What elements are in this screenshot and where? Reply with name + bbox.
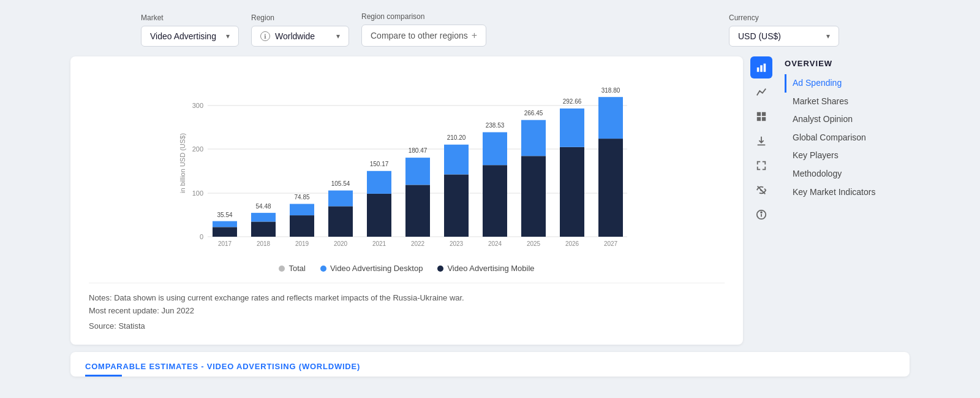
chart-svg: in billion USD (US$) 0 100 200 300 35.5: [89, 71, 725, 255]
market-label: Market: [141, 13, 239, 22]
legend-mobile: Video Advertising Mobile: [437, 264, 534, 273]
svg-text:2022: 2022: [411, 240, 425, 247]
region-value: Worldwide: [275, 31, 315, 41]
currency-dropdown[interactable]: USD (US$) ▾: [729, 26, 839, 47]
chart-area: in billion USD (US$) 0 100 200 300 35.5: [89, 71, 725, 273]
svg-text:35.54: 35.54: [217, 212, 232, 218]
sidebar-nav-ad-spending[interactable]: Ad Spending: [785, 74, 910, 93]
legend-total: Total: [279, 264, 305, 273]
bar-2018-desktop: [251, 213, 276, 221]
svg-text:2021: 2021: [372, 240, 386, 247]
chart-notes-text: Notes: Data shown is using current excha…: [89, 292, 725, 305]
chart-panel: in billion USD (US$) 0 100 200 300 35.5: [70, 56, 743, 345]
sidebar-nav: OVERVIEW Ad Spending Market Shares Analy…: [775, 56, 910, 345]
region-label: Region: [251, 13, 349, 22]
bar-2017-desktop: [213, 221, 237, 228]
bar-2022-desktop: [405, 158, 430, 185]
svg-text:2026: 2026: [565, 240, 579, 247]
svg-text:in billion USD (US$): in billion USD (US$): [179, 133, 186, 193]
svg-text:54.48: 54.48: [255, 203, 271, 210]
bar-2027-desktop: [598, 97, 623, 139]
svg-text:300: 300: [192, 102, 203, 109]
sidebar-nav-global-comparison[interactable]: Global Comparison: [785, 129, 910, 147]
chart-notes: Notes: Data shown is using current excha…: [89, 283, 725, 332]
bar-2026-desktop: [560, 109, 584, 147]
legend-label-desktop: Video Advertising Desktop: [330, 264, 423, 273]
svg-text:2027: 2027: [604, 240, 618, 247]
currency-chevron-icon: ▾: [826, 32, 830, 40]
svg-rect-31: [757, 67, 760, 72]
comparable-underline: [85, 375, 122, 377]
svg-text:210.20: 210.20: [447, 134, 466, 141]
bottom-section: COMPARABLE ESTIMATES - VIDEO ADVERTISING…: [70, 352, 910, 377]
top-controls: Market Video Advertising ▾ Region ℹ Worl…: [0, 0, 980, 56]
svg-text:2024: 2024: [488, 240, 502, 247]
legend-dot-mobile: [437, 266, 443, 272]
legend-desktop: Video Advertising Desktop: [320, 264, 423, 273]
sidebar-icon-download[interactable]: [750, 130, 772, 152]
bar-2019-desktop: [290, 204, 314, 216]
svg-text:318.80: 318.80: [601, 87, 620, 94]
svg-point-40: [761, 212, 762, 213]
bar-2025-desktop: [521, 120, 546, 156]
main-layout: in billion USD (US$) 0 100 200 300 35.5: [0, 56, 980, 345]
currency-control-group: Currency USD (US$) ▾: [729, 13, 839, 47]
legend-dot-desktop: [320, 266, 326, 272]
sidebar-icon-info[interactable]: [750, 204, 772, 226]
svg-rect-37: [762, 117, 766, 121]
bar-2021-mobile: [367, 194, 391, 237]
svg-text:74.85: 74.85: [294, 194, 309, 201]
region-dropdown[interactable]: ℹ Worldwide ▾: [251, 26, 349, 47]
svg-text:0: 0: [200, 233, 203, 240]
sidebar-icon-line-chart[interactable]: [750, 81, 772, 103]
svg-text:266.45: 266.45: [524, 110, 543, 117]
sidebar-nav-analyst-opinion[interactable]: Analyst Opinion: [785, 110, 910, 129]
market-dropdown[interactable]: Video Advertising ▾: [141, 26, 239, 47]
svg-rect-32: [760, 65, 763, 72]
svg-text:2018: 2018: [257, 240, 271, 247]
svg-rect-36: [757, 117, 761, 121]
comparison-button[interactable]: Compare to other regions +: [361, 25, 486, 47]
legend-label-mobile: Video Advertising Mobile: [447, 264, 534, 273]
svg-text:150.17: 150.17: [370, 161, 389, 167]
sidebar-nav-methodology[interactable]: Methodology: [785, 165, 910, 183]
legend-dot-total: [279, 266, 285, 272]
svg-text:292.66: 292.66: [563, 98, 582, 105]
sidebar-icon-eye-off[interactable]: [750, 179, 772, 201]
svg-text:2023: 2023: [450, 240, 464, 247]
bar-2026-mobile: [560, 147, 584, 237]
bar-2019-mobile: [290, 215, 314, 237]
chart-update-text: Most recent update: Jun 2022: [89, 305, 725, 318]
sidebar-icon-expand[interactable]: [750, 155, 772, 177]
svg-text:238.53: 238.53: [486, 122, 505, 129]
bar-2024-desktop: [483, 132, 507, 166]
sidebar-nav-key-players[interactable]: Key Players: [785, 147, 910, 165]
comparison-placeholder: Compare to other regions: [371, 31, 468, 40]
chart-source-text: Source: Statista: [89, 320, 725, 333]
svg-rect-34: [757, 112, 761, 116]
svg-text:105.54: 105.54: [331, 180, 350, 187]
region-control-group: Region ℹ Worldwide ▾: [251, 13, 349, 47]
currency-label: Currency: [729, 13, 839, 22]
bar-2022-mobile: [405, 185, 430, 237]
chart-legend: Total Video Advertising Desktop Video Ad…: [89, 264, 725, 273]
sidebar-overview-title: OVERVIEW: [785, 59, 910, 68]
sidebar-nav-key-market-indicators[interactable]: Key Market Indicators: [785, 183, 910, 202]
svg-text:180.47: 180.47: [409, 147, 428, 154]
svg-text:100: 100: [192, 189, 203, 197]
bar-2017-mobile: [213, 227, 237, 237]
svg-text:2019: 2019: [295, 240, 309, 247]
svg-rect-35: [762, 112, 766, 116]
bar-2023-desktop: [444, 145, 469, 175]
market-chevron-icon: ▾: [226, 32, 230, 40]
market-value: Video Advertising: [150, 31, 216, 41]
comparison-plus-icon: +: [472, 30, 477, 41]
svg-text:2017: 2017: [218, 240, 232, 247]
svg-text:2025: 2025: [527, 240, 541, 247]
sidebar-nav-market-shares[interactable]: Market Shares: [785, 93, 910, 111]
sidebar-icon-table[interactable]: [750, 105, 772, 128]
sidebar-icon-bar-chart[interactable]: [750, 56, 772, 78]
currency-value: USD (US$): [738, 31, 781, 41]
bar-2020-desktop: [328, 191, 353, 207]
bar-2025-mobile: [521, 156, 546, 237]
